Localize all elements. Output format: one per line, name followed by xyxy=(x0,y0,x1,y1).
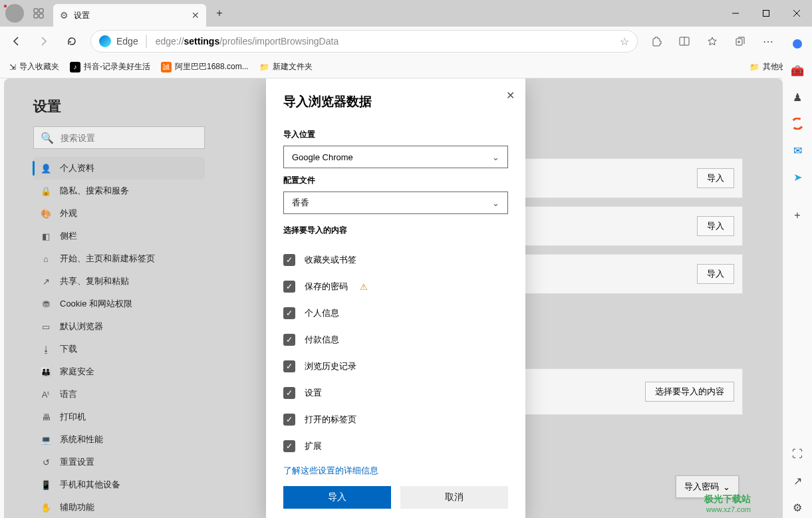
svg-rect-2 xyxy=(34,14,38,18)
window-controls xyxy=(720,0,812,27)
sidebar-item-family[interactable]: 👪家庭安全 xyxy=(33,360,205,383)
check-item-5[interactable]: ✓设置 xyxy=(283,380,508,406)
back-button[interactable] xyxy=(3,29,29,53)
check-item-2[interactable]: ✓个人信息 xyxy=(283,300,508,326)
check-item-3[interactable]: ✓付款信息 xyxy=(283,326,508,353)
card-3: 导入 xyxy=(517,254,743,294)
menu-button[interactable]: ⋯ xyxy=(755,29,781,53)
url-text: edge://settings/profiles/importBrowsingD… xyxy=(156,36,338,47)
sidebar-item-label: 侧栏 xyxy=(60,230,77,242)
checkbox-icon[interactable]: ✓ xyxy=(283,334,295,346)
check-item-4[interactable]: ✓浏览历史记录 xyxy=(283,353,508,380)
cancel-button[interactable]: 取消 xyxy=(400,486,508,509)
browser-tab[interactable]: ⚙ 设置 ✕ xyxy=(53,4,206,27)
checkbox-icon[interactable]: ✓ xyxy=(283,307,295,319)
reset-icon: ↺ xyxy=(40,457,52,467)
sidebar-item-cookie[interactable]: ⛃Cookie 和网站权限 xyxy=(33,293,205,315)
bookmark-douyin[interactable]: ♪抖音-记录美好生活 xyxy=(66,59,154,75)
check-item-0[interactable]: ✓收藏夹或书签 xyxy=(283,247,508,273)
import-button-3[interactable]: 导入 xyxy=(697,264,734,284)
learn-more-link[interactable]: 了解这些设置的详细信息 xyxy=(283,459,508,482)
svg-rect-0 xyxy=(34,9,38,13)
strip-chat-icon[interactable] xyxy=(787,33,808,55)
check-item-1[interactable]: ✓保存的密码⚠ xyxy=(283,273,508,300)
douyin-icon: ♪ xyxy=(70,62,80,72)
minimize-button[interactable] xyxy=(720,0,751,27)
bookmark-import[interactable]: ⇲导入收藏夹 xyxy=(5,59,63,75)
chevron-down-icon: ⌄ xyxy=(492,198,499,208)
sidebar-item-download[interactable]: ⭳下载 xyxy=(33,338,205,360)
settings-sidebar: 设置 🔍 👤个人资料🔒隐私、搜索和服务🎨外观◧侧栏⌂开始、主页和新建标签页↗共享… xyxy=(4,78,210,518)
sidebar-item-perf[interactable]: 💻系统和性能 xyxy=(33,428,205,451)
close-window-button[interactable] xyxy=(781,0,812,27)
settings-search[interactable]: 🔍 xyxy=(33,126,205,149)
check-item-7[interactable]: ✓扩展 xyxy=(283,433,508,459)
new-tab-button[interactable]: + xyxy=(209,3,230,24)
dialog-title: 导入浏览器数据 xyxy=(283,93,508,110)
sidebar-icon: ◧ xyxy=(40,231,52,241)
sidebar-item-palette[interactable]: 🎨外观 xyxy=(33,202,205,225)
split-screen-icon[interactable] xyxy=(671,29,698,53)
sidebar-item-share[interactable]: ↗共享、复制和粘贴 xyxy=(33,270,205,293)
sidebar-item-lang[interactable]: Aᵗ语言 xyxy=(33,383,205,406)
import-button-2[interactable]: 导入 xyxy=(697,216,734,236)
address-bar: Edge │ edge://settings/profiles/importBr… xyxy=(0,27,812,56)
checkbox-icon[interactable]: ✓ xyxy=(283,414,295,426)
url-box[interactable]: Edge │ edge://settings/profiles/importBr… xyxy=(90,30,638,53)
sidebar-item-lock[interactable]: 🔒隐私、搜索和服务 xyxy=(33,180,205,202)
profile-avatar[interactable] xyxy=(5,4,24,23)
checkbox-icon[interactable]: ✓ xyxy=(283,387,295,399)
dialog-close-button[interactable]: ✕ xyxy=(503,86,517,104)
choose-label: 选择要导入的内容 xyxy=(283,225,508,236)
favorite-star-icon[interactable]: ☆ xyxy=(620,35,629,48)
sidebar-item-phone[interactable]: 📱手机和其他设备 xyxy=(33,473,205,496)
check-label: 浏览历史记录 xyxy=(305,360,356,372)
strip-add-icon[interactable]: + xyxy=(787,205,808,226)
check-item-6[interactable]: ✓打开的标签页 xyxy=(283,406,508,433)
sidebar-item-access[interactable]: ✋辅助功能 xyxy=(33,496,205,518)
watermark: 极光下载站 www.xz7.com xyxy=(704,493,751,514)
strip-send-icon[interactable]: ➤ xyxy=(787,166,808,188)
tab-title: 设置 xyxy=(74,10,90,21)
cookie-icon: ⛃ xyxy=(40,299,52,309)
bookmark-folder[interactable]: 📁新建文件夹 xyxy=(255,59,317,75)
checkbox-icon[interactable]: ✓ xyxy=(283,440,295,452)
lock-icon: 🔒 xyxy=(40,186,52,196)
sidebar-item-person[interactable]: 👤个人资料 xyxy=(33,157,205,180)
check-label: 打开的标签页 xyxy=(305,414,356,426)
folder-icon: 📁 xyxy=(259,63,269,72)
sidebar-item-sidebar[interactable]: ◧侧栏 xyxy=(33,225,205,247)
strip-screenshot-icon[interactable]: ⛶ xyxy=(787,444,808,465)
location-select[interactable]: Google Chrome ⌄ xyxy=(283,146,508,168)
sidebar-item-reset[interactable]: ↺重置设置 xyxy=(33,451,205,473)
tab-close-icon[interactable]: ✕ xyxy=(192,10,200,21)
strip-outlook-icon[interactable]: ✉ xyxy=(787,140,808,161)
profile-select[interactable]: 香香 ⌄ xyxy=(283,192,508,214)
strip-games-icon[interactable]: ♟ xyxy=(787,86,808,108)
sidebar-item-home[interactable]: ⌂开始、主页和新建标签页 xyxy=(33,247,205,270)
chevron-down-icon: ⌄ xyxy=(723,482,730,492)
favorites-icon[interactable] xyxy=(699,29,726,53)
workspaces-icon[interactable] xyxy=(29,3,48,24)
import-button-1[interactable]: 导入 xyxy=(697,168,734,188)
strip-m365-icon[interactable] xyxy=(787,113,808,134)
extensions-icon[interactable] xyxy=(643,29,670,53)
sidebar-item-label: 默认浏览器 xyxy=(60,321,103,332)
import-confirm-button[interactable]: 导入 xyxy=(283,486,391,509)
refresh-button[interactable] xyxy=(59,29,85,53)
collections-icon[interactable] xyxy=(727,29,753,53)
card-2: 导入 xyxy=(517,206,743,246)
strip-external-icon[interactable]: ↗ xyxy=(787,470,808,491)
maximize-button[interactable] xyxy=(751,0,781,27)
sidebar-item-label: 家庭安全 xyxy=(60,366,94,378)
checkbox-icon[interactable]: ✓ xyxy=(283,281,295,293)
checkbox-icon[interactable]: ✓ xyxy=(283,254,295,266)
strip-shopping-icon[interactable]: 🧰 xyxy=(787,60,808,81)
sidebar-item-printer[interactable]: 🖶打印机 xyxy=(33,406,205,428)
strip-settings-icon[interactable]: ⚙ xyxy=(787,497,808,518)
checkbox-icon[interactable]: ✓ xyxy=(283,360,295,372)
bookmark-1688[interactable]: 誠阿里巴巴1688.com... xyxy=(157,59,253,75)
settings-search-input[interactable] xyxy=(61,133,198,143)
choose-content-button[interactable]: 选择要导入的内容 xyxy=(645,382,734,402)
sidebar-item-browser[interactable]: ▭默认浏览器 xyxy=(33,315,205,338)
